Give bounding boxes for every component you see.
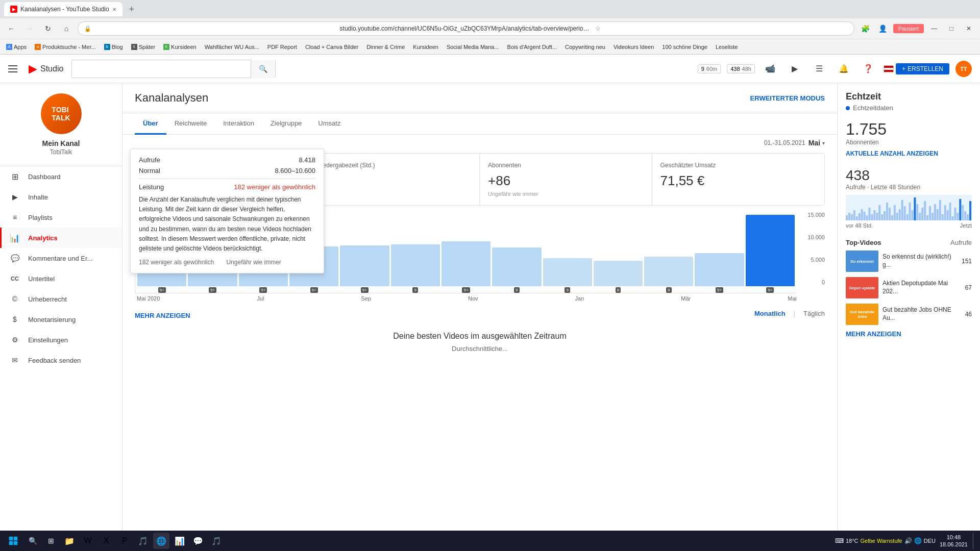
top-video-2[interactable]: Depot update Aktien Depotupdate Mai 202.… [846,277,972,298]
profile-btn[interactable]: 👤 [876,21,890,36]
nav-untertitel[interactable]: CC Untertitel [0,268,122,289]
taskbar-app5[interactable]: 🎵 [135,533,151,549]
list-icon-btn[interactable]: ☰ [810,60,828,78]
video-icon-btn[interactable]: 📹 [761,60,779,78]
channel-avatar[interactable]: TOBITALK [41,93,82,134]
date-label: Mai [808,139,820,147]
taskbar-excel[interactable]: X [98,533,114,549]
bookmark-blog[interactable]: B Blog [102,43,125,51]
new-tab-button[interactable]: + [125,2,139,16]
mehr-anzeigen-button[interactable]: MEHR ANZEIGEN [135,312,190,319]
bookmark-social[interactable]: Social Media Mana... [445,43,501,51]
taskbar-powerpoint[interactable]: P [116,533,133,549]
active-tab[interactable]: ▶ Kanalanalysen - YouTube Studio ✕ [4,2,122,16]
yt-studio-logo[interactable]: ▶ Studio [29,62,63,76]
speaker-icon[interactable]: 🔊 [904,537,912,544]
nav-dashboard[interactable]: ⊞ Dashboard [0,166,122,187]
date-select[interactable]: Mai ▾ [808,139,825,147]
bookmark-dinner[interactable]: Dinner & Crime [364,43,407,51]
bookmark-kursideen[interactable]: K Kursideen [161,43,199,51]
play-icon-btn[interactable]: ▶ [786,60,804,78]
video-thumb-2: Depot update [846,277,878,298]
maximize-btn[interactable]: □ [944,21,959,36]
live-stats[interactable]: 438 48h [727,64,755,73]
tab-close-btn[interactable]: ✕ [112,7,116,12]
bar-12[interactable] [695,253,744,286]
bar-5[interactable] [340,245,389,286]
extended-mode-button[interactable]: ERWEITERTER MODUS [750,94,825,102]
help-btn[interactable]: ❓ [859,60,877,78]
view-daily-btn[interactable]: Täglich [803,310,825,317]
search-input[interactable] [72,65,251,72]
bar-13-highlighted[interactable] [746,215,795,286]
pause-button[interactable]: Pausiert [893,24,924,33]
bar-7[interactable] [442,241,491,286]
user-avatar[interactable]: TT [955,61,972,77]
bookmark-100schone[interactable]: 100 schöne Dinge [660,43,709,51]
nav-inhalte[interactable]: ▶ Inhalte [0,187,122,207]
bookmark-leseliste[interactable]: Leseliste [714,43,740,51]
home-button[interactable]: ⌂ [59,21,74,36]
create-button[interactable]: + ERSTELLEN [896,63,949,74]
mehr-anzeigen-right[interactable]: MEHR ANZEIGEN [846,330,972,338]
bookmark-wahlfacher[interactable]: Wahlfächer WU Aus... [203,43,261,51]
bookmark-copywriting[interactable]: Copywriting neu [563,43,607,51]
show-desktop-btn[interactable] [973,533,976,549]
bar-badge-11: 9 [666,287,671,293]
taskbar-chrome[interactable]: 🌐 [153,533,169,549]
network-icon[interactable]: 🌐 [914,537,922,544]
hamburger-menu[interactable] [8,63,20,75]
tab-interaktion[interactable]: Interaktion [215,113,262,135]
nav-analytics[interactable]: 📊 Analytics [0,228,122,248]
nav-urheberrecht[interactable]: © Urheberrecht [0,289,122,309]
bookmark-kursideen2[interactable]: Kursideen [411,43,440,51]
nav-einstellungen[interactable]: ⚙ Einstellungen [0,330,122,350]
bookmark-bois[interactable]: Bois d'Argent Duft... [505,43,559,51]
nav-kommentare[interactable]: 💬 Kommentare und Er... [0,248,122,268]
feedback-icon: ✉ [10,355,20,365]
search-button[interactable]: 🔍 [251,60,275,78]
nav-monetarisierung[interactable]: $ Monetarisierung [0,309,122,330]
forward-button[interactable]: → [22,21,37,36]
taskbar-word[interactable]: W [80,533,96,549]
bookmark-apps[interactable]: A Apps [4,43,29,51]
svg-rect-39 [944,205,946,220]
bar-6[interactable] [391,244,440,286]
bookmark-canva[interactable]: Cload + Canva Bilder [303,43,360,51]
top-video-1[interactable]: So erkennst So erkennst du (wirklich!) g… [846,251,972,272]
watch-stats[interactable]: 9 60m [698,64,721,73]
tab-zielgruppe[interactable]: Zielgruppe [262,113,310,135]
bookmark-pdf[interactable]: PDF Report [265,43,299,51]
taskbar-clock[interactable]: 10:48 18.06.2021 [940,534,968,548]
refresh-button[interactable]: ↻ [41,21,55,36]
tab-reichweite[interactable]: Reichweite [166,113,215,135]
bookmark-produktsuche[interactable]: a Produktsuche - Mer... [33,43,98,51]
close-btn[interactable]: ✕ [962,21,976,36]
url-bar[interactable]: 🔒 studio.youtube.com/channel/UC6N5u-OiGz… [78,21,854,36]
bar-9[interactable] [543,258,592,286]
taskbar-app8[interactable]: 💬 [190,533,206,549]
bookmark-spaeter[interactable]: S Später [129,43,157,51]
extensions-btn[interactable]: 🧩 [859,21,873,36]
bar-8[interactable] [492,247,541,286]
start-button[interactable] [4,532,22,550]
nav-playlists[interactable]: ≡ Playlists [0,207,122,228]
taskbar-file-explorer[interactable]: 📁 [61,533,78,549]
back-button[interactable]: ← [4,21,18,36]
taskbar-app9[interactable]: 🎵 [208,533,225,549]
bar-10[interactable] [594,261,643,286]
taskbar-search[interactable]: 🔍 [24,533,41,549]
bookmark-videokurs[interactable]: Videokurs Ideen [611,43,656,51]
bookmark-star[interactable]: ☆ [595,25,848,32]
nav-feedback[interactable]: ✉ Feedback senden [0,350,122,370]
view-monthly-btn[interactable]: Monatlich [754,310,786,317]
minimize-btn[interactable]: — [927,21,941,36]
taskbar-task-view[interactable]: ⊞ [43,533,59,549]
aktuelle-anzahl-button[interactable]: AKTUELLE ANZAHL ANZEIGEN [846,150,972,157]
bar-11[interactable] [644,257,693,286]
tab-ueber[interactable]: Über [135,113,166,135]
notifications-btn[interactable]: 🔔 [835,60,853,78]
taskbar-app7[interactable]: 📊 [172,533,188,549]
tab-umsatz[interactable]: Umsatz [310,113,349,135]
top-video-3[interactable]: Gut bezahlte Jobs Gut bezahlte Jobs OHNE… [846,304,972,325]
